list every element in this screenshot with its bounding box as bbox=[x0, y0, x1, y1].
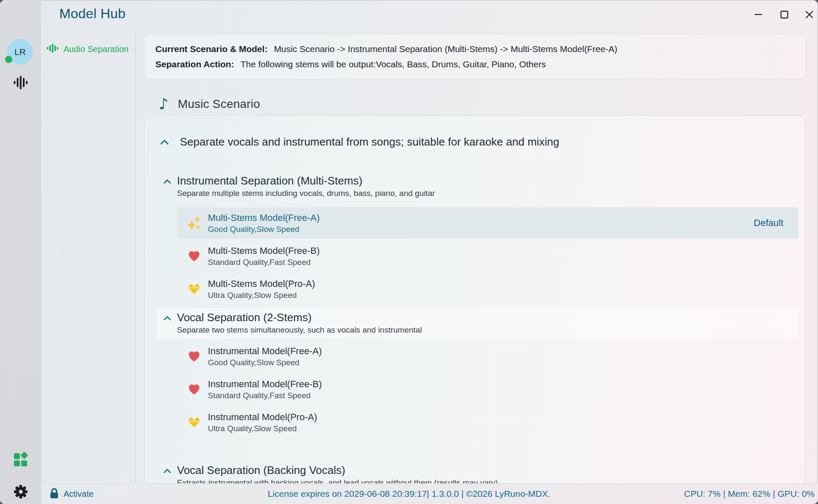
lock-icon bbox=[49, 487, 59, 501]
model-row[interactable]: Multi-Stems Model(Free-A) Good Quality,S… bbox=[177, 207, 798, 239]
gear-icon[interactable] bbox=[0, 483, 41, 500]
model-name: Multi-Stems Model(Free-A) bbox=[208, 212, 320, 223]
model-name: Instrumental Model(Free-A) bbox=[208, 345, 322, 357]
activate-label: Activate bbox=[64, 489, 94, 499]
license-status-text: License expires on 2029-06-08 20:39:17| … bbox=[268, 484, 550, 504]
default-badge: Default bbox=[754, 218, 783, 229]
minimize-button[interactable] bbox=[752, 8, 765, 21]
group-subtitle: Separate multiple stems including vocals… bbox=[177, 188, 435, 198]
online-status-dot bbox=[5, 56, 12, 63]
model-desc: Good Quality,Slow Speed bbox=[208, 224, 320, 234]
model-desc: Ultra Quality,Slow Speed bbox=[208, 424, 317, 434]
music-note-icon: ♪ bbox=[159, 96, 169, 112]
model-row[interactable]: Instrumental Model(Free-A) Good Quality,… bbox=[177, 341, 798, 372]
system-metrics-text: CPU: 7% | Mem: 62% | GPU: 0% bbox=[684, 484, 815, 504]
sidebar-divider bbox=[135, 30, 136, 484]
model-list-card: Separate vocals and instrumental from so… bbox=[144, 116, 805, 504]
audio-waveform-icon[interactable] bbox=[0, 75, 41, 90]
separation-action-value: The following stems will be output:Vocal… bbox=[240, 59, 546, 69]
status-bar: Activate License expires on 2029-06-08 2… bbox=[0, 483, 818, 504]
chevron-up-icon[interactable] bbox=[163, 468, 171, 474]
sidebar-item-audio-separation[interactable]: Audio Separation bbox=[47, 42, 128, 56]
chevron-up-icon[interactable] bbox=[160, 139, 169, 145]
group-header[interactable]: Vocal Separation (2-Stems) Separate two … bbox=[157, 308, 798, 339]
sparkles-icon bbox=[187, 216, 201, 231]
separation-action-label: Separation Action: bbox=[155, 59, 234, 69]
scenario-title: Music Scenario bbox=[178, 97, 260, 111]
gem-icon bbox=[187, 284, 201, 295]
heart-icon bbox=[187, 251, 201, 262]
current-scenario-label: Current Scenario & Model: bbox=[155, 44, 268, 54]
dashboard-grid-icon[interactable] bbox=[0, 452, 41, 467]
group-title: Instrumental Separation (Multi-Stems) bbox=[177, 174, 435, 187]
gem-icon bbox=[187, 417, 201, 428]
maximize-button[interactable] bbox=[777, 8, 791, 21]
model-name: Instrumental Model(Free-B) bbox=[208, 378, 322, 390]
chevron-up-icon[interactable] bbox=[163, 179, 171, 184]
model-name: Multi-Stems Model(Free-B) bbox=[208, 245, 320, 256]
heart-icon bbox=[187, 351, 201, 362]
scenario-description: Separate vocals and instrumental from so… bbox=[180, 135, 559, 149]
model-row[interactable]: Instrumental Model(Pro-A) Ultra Quality,… bbox=[177, 407, 798, 438]
app-window: LR bbox=[0, 0, 818, 504]
group-header[interactable]: Instrumental Separation (Multi-Stems) Se… bbox=[163, 171, 804, 202]
activate-button[interactable]: Activate bbox=[41, 484, 102, 504]
sidebar-item-label: Audio Separation bbox=[64, 44, 128, 54]
model-desc: Ultra Quality,Slow Speed bbox=[208, 290, 315, 300]
audio-separation-icon bbox=[47, 42, 58, 56]
model-name: Multi-Stems Model(Pro-A) bbox=[208, 278, 315, 289]
model-row[interactable]: Multi-Stems Model(Free-B) Standard Quali… bbox=[177, 240, 798, 272]
model-row[interactable]: Multi-Stems Model(Pro-A) Ultra Quality,S… bbox=[177, 273, 798, 305]
close-icon[interactable] bbox=[802, 8, 816, 21]
model-row[interactable]: Instrumental Model(Free-B) Standard Qual… bbox=[177, 374, 798, 405]
group-title: Vocal Separation (2-Stems) bbox=[177, 311, 422, 324]
left-rail: LR bbox=[0, 0, 41, 504]
model-groups: Instrumental Separation (Multi-Stems) Se… bbox=[144, 171, 804, 504]
group-subtitle: Separate two stems simultaneously, such … bbox=[177, 325, 422, 335]
current-scenario-card: Current Scenario & Model:Music Scenario … bbox=[144, 34, 807, 80]
separation-action-row: Separation Action:The following stems wi… bbox=[155, 57, 795, 72]
model-desc: Good Quality,Slow Speed bbox=[208, 358, 322, 368]
current-scenario-value: Music Scenario -> Instrumental Separatio… bbox=[274, 44, 617, 54]
group-title: Vocal Separation (Backing Vocals) bbox=[177, 463, 498, 477]
current-scenario-row: Current Scenario & Model:Music Scenario … bbox=[155, 41, 795, 57]
scenario-collapse-row[interactable]: Separate vocals and instrumental from so… bbox=[160, 135, 804, 149]
model-desc: Standard Quality,Fast Speed bbox=[208, 257, 320, 267]
model-name: Instrumental Model(Pro-A) bbox=[208, 411, 317, 423]
chevron-up-icon[interactable] bbox=[163, 316, 171, 321]
scenario-header: ♪ Music Scenario bbox=[159, 96, 260, 112]
model-desc: Standard Quality,Fast Speed bbox=[208, 391, 322, 401]
page-title: Model Hub bbox=[59, 6, 126, 22]
heart-icon bbox=[187, 384, 201, 395]
